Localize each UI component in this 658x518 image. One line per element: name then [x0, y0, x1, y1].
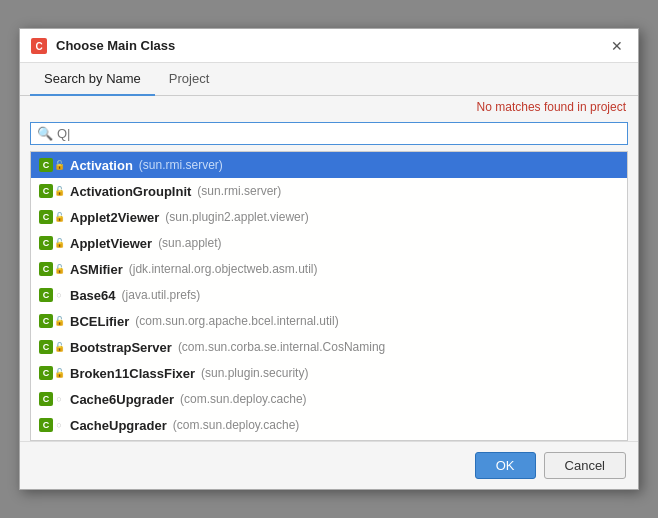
dialog-icon: C — [30, 37, 48, 55]
list-item[interactable]: C ○ Cache6Upgrader (com.sun.deploy.cache… — [31, 386, 627, 412]
class-package: (sun.plugin.security) — [201, 366, 308, 380]
tab-search-by-name[interactable]: Search by Name — [30, 63, 155, 96]
class-icon: C ○ — [39, 288, 64, 302]
list-item[interactable]: C 🔓 ActivationGroupInit (sun.rmi.server) — [31, 178, 627, 204]
title-bar: C Choose Main Class ✕ — [20, 29, 638, 63]
choose-main-class-dialog: C Choose Main Class ✕ Search by Name Pro… — [19, 28, 639, 490]
class-package: (com.sun.deploy.cache) — [180, 392, 307, 406]
list-item[interactable]: C 🔓 Applet2Viewer (sun.plugin2.applet.vi… — [31, 204, 627, 230]
class-package: (com.sun.org.apache.bcel.internal.util) — [135, 314, 338, 328]
class-icon: C ○ — [39, 418, 64, 432]
class-package: (sun.rmi.server) — [197, 184, 281, 198]
class-icon: C 🔓 — [39, 262, 64, 276]
class-name: BootstrapServer — [70, 340, 172, 355]
search-area: 🔍 — [20, 118, 638, 151]
dialog-title: Choose Main Class — [56, 38, 606, 53]
tab-bar: Search by Name Project — [20, 63, 638, 96]
status-text: No matches found in project — [20, 96, 638, 118]
search-input[interactable] — [57, 126, 621, 141]
class-name: CacheUpgrader — [70, 418, 167, 433]
class-name: AppletViewer — [70, 236, 152, 251]
list-item[interactable]: C ○ Base64 (java.util.prefs) — [31, 282, 627, 308]
list-item[interactable]: C 🔓 BCELifier (com.sun.org.apache.bcel.i… — [31, 308, 627, 334]
class-icon: C 🔓 — [39, 158, 64, 172]
list-item[interactable]: C 🔓 BootstrapServer (com.sun.corba.se.in… — [31, 334, 627, 360]
class-package: (jdk.internal.org.objectweb.asm.util) — [129, 262, 318, 276]
class-icon: C ○ — [39, 392, 64, 406]
list-item[interactable]: C ○ CacheUpgrader (com.sun.deploy.cache) — [31, 412, 627, 438]
class-name: Cache6Upgrader — [70, 392, 174, 407]
list-item[interactable]: C 🔓 Broken11ClassFixer (sun.plugin.secur… — [31, 360, 627, 386]
class-package: (com.sun.deploy.cache) — [173, 418, 300, 432]
svg-text:C: C — [35, 41, 42, 52]
close-button[interactable]: ✕ — [606, 35, 628, 57]
class-icon: C 🔓 — [39, 314, 64, 328]
cancel-button[interactable]: Cancel — [544, 452, 626, 479]
class-icon: C 🔓 — [39, 340, 64, 354]
class-icon: C 🔓 — [39, 366, 64, 380]
dialog-footer: OK Cancel — [20, 441, 638, 489]
class-package: (com.sun.corba.se.internal.CosNaming — [178, 340, 385, 354]
class-package: (sun.rmi.server) — [139, 158, 223, 172]
class-name: BCELifier — [70, 314, 129, 329]
class-package: (java.util.prefs) — [122, 288, 201, 302]
class-icon: C 🔓 — [39, 236, 64, 250]
list-item[interactable]: C 🔓 ASMifier (jdk.internal.org.objectweb… — [31, 256, 627, 282]
tab-project[interactable]: Project — [155, 63, 223, 96]
class-icon: C 🔓 — [39, 210, 64, 224]
class-icon: C 🔓 — [39, 184, 64, 198]
class-package: (sun.plugin2.applet.viewer) — [165, 210, 308, 224]
class-list[interactable]: C 🔓 Activation (sun.rmi.server) C 🔓 Acti… — [30, 151, 628, 441]
class-name: Applet2Viewer — [70, 210, 159, 225]
class-name: Base64 — [70, 288, 116, 303]
class-name: Activation — [70, 158, 133, 173]
class-name: ASMifier — [70, 262, 123, 277]
class-name: Broken11ClassFixer — [70, 366, 195, 381]
list-item[interactable]: C 🔓 AppletViewer (sun.applet) — [31, 230, 627, 256]
class-package: (sun.applet) — [158, 236, 221, 250]
search-input-wrapper: 🔍 — [30, 122, 628, 145]
class-name: ActivationGroupInit — [70, 184, 191, 199]
search-icon: 🔍 — [37, 126, 53, 141]
list-item[interactable]: C 🔓 Activation (sun.rmi.server) — [31, 152, 627, 178]
ok-button[interactable]: OK — [475, 452, 536, 479]
